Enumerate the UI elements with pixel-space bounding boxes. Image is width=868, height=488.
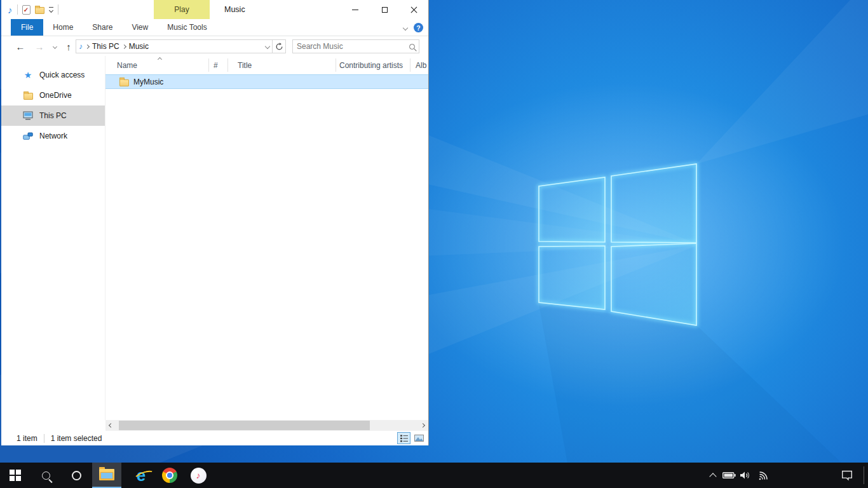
expand-ribbon-icon[interactable]	[403, 25, 408, 30]
taskbar-internet-explorer-button[interactable]: e	[126, 463, 156, 488]
minimize-button[interactable]	[341, 0, 370, 19]
navigation-pane: ★ Quick access OneDrive This PC	[1, 56, 105, 420]
file-row-mymusic[interactable]: MyMusic	[105, 74, 428, 89]
action-center-button[interactable]	[837, 463, 857, 488]
forward-button[interactable]: →	[32, 37, 47, 56]
tab-music-tools[interactable]: Music Tools	[158, 19, 216, 36]
horizontal-scrollbar[interactable]	[105, 420, 428, 431]
breadcrumb-music[interactable]: Music	[129, 42, 149, 51]
help-button[interactable]: ?	[414, 23, 423, 32]
volume-indicator[interactable]	[737, 463, 754, 488]
taskbar-itunes-button[interactable]: ♪	[183, 463, 214, 488]
sidebar-item-quick-access[interactable]: ★ Quick access	[1, 65, 105, 85]
ribbon-tab-row: File Home Share View Music Tools ?	[1, 19, 428, 36]
window-music-note-icon: ♪	[8, 5, 13, 15]
thumbnail-view-icon	[414, 435, 424, 442]
address-bar[interactable]: ♪ This PC Music	[76, 39, 273, 53]
customize-qat-dropdown-icon[interactable]	[49, 7, 53, 12]
properties-icon[interactable]: ✓	[22, 5, 31, 15]
separator	[44, 434, 44, 443]
breadcrumb-chevron-icon[interactable]	[122, 44, 126, 49]
breadcrumb-chevron-icon[interactable]	[85, 44, 90, 49]
details-view-button[interactable]	[397, 432, 410, 444]
sidebar-item-label: OneDrive	[39, 91, 72, 100]
chrome-icon	[162, 468, 177, 483]
column-header-album[interactable]: Alb	[416, 56, 426, 74]
column-header-number[interactable]: #	[214, 56, 218, 74]
wifi-icon	[758, 471, 768, 480]
window-title: Music	[224, 0, 245, 19]
maximize-icon	[382, 7, 388, 13]
recent-locations-icon[interactable]	[50, 37, 60, 56]
file-list-area: Name # Title Contributing artists Alb My…	[105, 56, 428, 420]
taskbar-chrome-button[interactable]	[154, 463, 185, 488]
search-icon[interactable]	[409, 44, 415, 50]
column-header-name[interactable]: Name	[117, 56, 137, 74]
address-dropdown-icon[interactable]	[265, 44, 270, 49]
separator	[17, 4, 18, 15]
onedrive-folder-icon	[23, 91, 33, 100]
network-icon	[23, 132, 33, 140]
column-divider[interactable]	[410, 58, 410, 72]
refresh-button[interactable]	[273, 39, 286, 53]
cortana-icon	[72, 471, 81, 480]
window-controls	[341, 0, 428, 19]
tab-home[interactable]: Home	[43, 19, 83, 36]
action-center-icon	[841, 470, 853, 481]
tab-share[interactable]: Share	[83, 19, 122, 36]
network-indicator[interactable]	[755, 463, 771, 488]
tab-view[interactable]: View	[122, 19, 158, 36]
up-button[interactable]: ↑	[61, 37, 76, 56]
breadcrumb-this-pc[interactable]: This PC	[92, 42, 119, 51]
sidebar-item-label: Quick access	[39, 71, 85, 79]
title-bar[interactable]: ♪ ✓ Play Music	[1, 0, 428, 19]
sidebar-item-onedrive[interactable]: OneDrive	[1, 85, 105, 105]
sidebar-item-label: Network	[39, 132, 67, 140]
scroll-left-button[interactable]	[105, 420, 116, 431]
column-divider[interactable]	[208, 58, 209, 72]
sidebar-item-this-pc[interactable]: This PC	[1, 105, 105, 126]
desktop: ♪ ✓ Play Music File Home Share View	[0, 0, 868, 488]
column-divider[interactable]	[336, 58, 336, 72]
chevron-up-icon	[709, 473, 716, 480]
refresh-icon	[275, 43, 283, 51]
show-hidden-icons-button[interactable]	[705, 463, 721, 488]
windows-logo-icon	[10, 470, 21, 481]
address-music-note-icon: ♪	[79, 43, 83, 50]
monitor-icon	[23, 111, 33, 120]
search-box[interactable]	[292, 39, 419, 53]
large-icons-view-button[interactable]	[412, 432, 426, 444]
close-button[interactable]	[399, 0, 428, 19]
file-explorer-icon	[99, 469, 114, 480]
back-button[interactable]: ←	[13, 37, 28, 56]
quick-access-toolbar: ♪ ✓	[8, 0, 58, 19]
column-header-contributing-artists[interactable]: Contributing artists	[339, 56, 403, 74]
scroll-right-button[interactable]	[417, 420, 428, 431]
maximize-button[interactable]	[370, 0, 399, 19]
tab-file[interactable]: File	[11, 19, 43, 36]
sidebar-item-label: This PC	[39, 111, 67, 120]
search-input[interactable]	[297, 42, 409, 51]
navigation-toolbar: ← → ↑ ♪ This PC Music	[1, 37, 428, 56]
start-button[interactable]	[0, 463, 31, 488]
itunes-icon: ♪	[191, 468, 207, 484]
internet-explorer-icon: e	[137, 467, 146, 484]
taskbar: e ♪	[0, 463, 868, 488]
column-divider[interactable]	[227, 58, 228, 72]
scrollbar-thumb[interactable]	[119, 421, 370, 430]
battery-indicator[interactable]	[721, 463, 737, 488]
show-desktop-button[interactable]	[864, 466, 864, 484]
column-headers: Name # Title Contributing artists Alb	[105, 56, 428, 74]
taskbar-search-button[interactable]	[31, 463, 61, 488]
taskbar-file-explorer-button[interactable]	[92, 463, 121, 488]
contextual-tab-play[interactable]: Play	[154, 0, 210, 19]
folder-icon	[119, 79, 129, 86]
search-icon	[42, 471, 50, 480]
status-bar: 1 item 1 item selected	[1, 431, 428, 445]
column-header-title[interactable]: Title	[238, 56, 252, 74]
new-folder-icon[interactable]	[35, 7, 44, 14]
cortana-button[interactable]	[61, 463, 92, 488]
speaker-icon	[740, 471, 751, 480]
sidebar-item-network[interactable]: Network	[1, 126, 105, 146]
quick-access-star-icon: ★	[23, 71, 33, 79]
